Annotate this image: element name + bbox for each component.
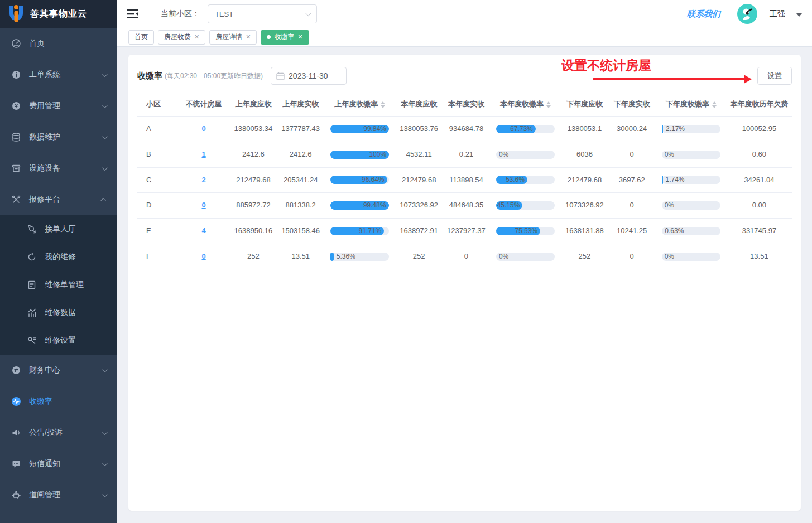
cell-excluded: 2 bbox=[178, 167, 230, 193]
excluded-houses-link[interactable]: 0 bbox=[201, 201, 205, 209]
sidebar-item-order-hall[interactable]: 接单大厅 bbox=[0, 215, 117, 243]
cell-cur_received: 484648.35 bbox=[443, 193, 490, 219]
column-header-prev_rate[interactable]: 上年度收缴率 bbox=[324, 93, 395, 117]
close-icon[interactable]: ✕ bbox=[194, 34, 199, 40]
column-label: 上年度实收 bbox=[282, 100, 319, 108]
tab-house-fee[interactable]: 房屋收费✕ bbox=[158, 30, 205, 45]
tab-label: 房屋收费 bbox=[164, 32, 191, 42]
progress-bar-fill bbox=[662, 176, 663, 184]
dashboard-icon bbox=[11, 38, 21, 49]
sidebar-item-sms-notify[interactable]: 短信通知 bbox=[0, 448, 117, 480]
progress-bar: 99.84% bbox=[330, 125, 389, 133]
user-menu-caret-icon[interactable] bbox=[796, 13, 802, 17]
cell-community: C bbox=[137, 167, 178, 193]
column-label: 本年度收缴率 bbox=[500, 100, 544, 108]
finance-icon bbox=[11, 365, 21, 375]
sidebar-item-repair-order-mgmt[interactable]: 维修单管理 bbox=[0, 271, 117, 299]
sidebar-item-work-order[interactable]: 工单系统 bbox=[0, 59, 117, 90]
progress-bar: 0.63% bbox=[662, 227, 720, 235]
progress-bar-label: 96.64% bbox=[362, 176, 385, 184]
column-header-next_received: 下年度实收 bbox=[608, 93, 656, 117]
sort-carets-icon[interactable] bbox=[546, 101, 551, 108]
close-icon[interactable]: ✕ bbox=[297, 34, 302, 40]
cell-prev_received: 13.51 bbox=[277, 244, 324, 269]
cell-next_rate: 0% bbox=[656, 244, 727, 269]
sidebar-item-repair-platform[interactable]: 报修平台 bbox=[0, 184, 117, 215]
column-header-prev_received: 上年度实收 bbox=[277, 93, 324, 117]
tab-label: 房屋详情 bbox=[215, 32, 242, 42]
tab-home[interactable]: 首页 bbox=[128, 30, 154, 45]
sidebar-item-data-maintenance[interactable]: 数据维护 bbox=[0, 122, 117, 153]
column-header-cur_arrears: 本年度收历年欠费 bbox=[727, 93, 792, 117]
collection-rate-table: 小区不统计房屋上年度应收上年度实收上年度收缴率本年度应收本年度实收本年度收缴率下… bbox=[137, 93, 792, 269]
table-row: D0885972.72881338.299.48%1073326.9248464… bbox=[137, 193, 792, 219]
tab-house-detail[interactable]: 房屋详情✕ bbox=[209, 30, 257, 45]
sidebar-item-home[interactable]: 首页 bbox=[0, 28, 117, 59]
column-label: 下年度应收 bbox=[566, 100, 603, 108]
tab-bar: 首页房屋收费✕房屋详情✕收缴率✕ bbox=[117, 28, 812, 47]
cell-prev_receivable: 885972.72 bbox=[230, 193, 277, 219]
close-icon[interactable]: ✕ bbox=[246, 34, 251, 40]
community-select[interactable]: TEST bbox=[208, 4, 317, 23]
progress-bar-label: 0% bbox=[499, 151, 508, 159]
contact-us-link[interactable]: 联系我们 bbox=[687, 9, 720, 20]
progress-bar: 96.64% bbox=[330, 176, 389, 184]
cell-cur_received: 0.21 bbox=[443, 142, 490, 167]
progress-bar-label: 100% bbox=[369, 151, 386, 159]
column-header-next_rate[interactable]: 下年度收缴率 bbox=[656, 93, 727, 117]
table-row: B12412.62412.6100%4532.110.210%603600%0.… bbox=[137, 142, 792, 167]
user-name[interactable]: 王强 bbox=[770, 9, 785, 19]
cell-prev_receivable: 1638950.16 bbox=[230, 219, 277, 244]
avatar[interactable] bbox=[737, 4, 757, 24]
tab-collection-rate[interactable]: 收缴率✕ bbox=[261, 30, 309, 45]
progress-bar-label: 99.48% bbox=[363, 201, 386, 210]
sidebar-item-announcement[interactable]: 公告/投诉 bbox=[0, 417, 117, 448]
chevron-up-icon bbox=[100, 197, 106, 203]
sidebar-item-label: 设施设备 bbox=[29, 163, 94, 173]
column-header-cur_received: 本年度实收 bbox=[443, 93, 490, 117]
progress-bar-fill bbox=[662, 125, 663, 133]
excluded-houses-link[interactable]: 0 bbox=[201, 124, 205, 133]
sidebar-item-gate-management[interactable]: 道闸管理 bbox=[0, 480, 117, 511]
cell-next_receivable: 6036 bbox=[561, 142, 608, 167]
excluded-houses-link[interactable]: 2 bbox=[201, 176, 205, 184]
settings-button[interactable]: 设置 bbox=[757, 67, 792, 85]
sidebar-item-label: 首页 bbox=[29, 38, 106, 49]
sidebar-item-facility-equipment[interactable]: 设施设备 bbox=[0, 153, 117, 184]
excluded-houses-link[interactable]: 1 bbox=[201, 150, 205, 158]
date-value: 2023-11-30 bbox=[289, 71, 328, 80]
excluded-houses-link[interactable]: 0 bbox=[201, 252, 205, 260]
sidebar-collapse-icon[interactable] bbox=[127, 9, 140, 19]
database-icon bbox=[11, 132, 21, 142]
sidebar-item-label: 维修设置 bbox=[45, 336, 106, 346]
repair-data-icon bbox=[27, 308, 37, 318]
progress-bar: 45.15% bbox=[496, 201, 555, 210]
progress-bar: 91.71% bbox=[330, 227, 389, 235]
progress-bar: 5.36% bbox=[330, 253, 389, 261]
chevron-down-icon bbox=[102, 103, 108, 108]
app-logo: 善其事物业云 bbox=[0, 0, 117, 28]
cell-cur_arrears: 0.60 bbox=[727, 142, 792, 167]
cell-next_received: 0 bbox=[608, 193, 656, 219]
chevron-down-icon bbox=[305, 10, 311, 16]
sidebar-item-fee-management[interactable]: 费用管理 bbox=[0, 90, 117, 122]
column-header-cur_rate[interactable]: 本年度收缴率 bbox=[490, 93, 561, 117]
excluded-houses-link[interactable]: 4 bbox=[201, 226, 205, 235]
sort-carets-icon[interactable] bbox=[712, 101, 717, 108]
date-picker[interactable]: 2023-11-30 bbox=[271, 67, 347, 85]
progress-bar: 75.53% bbox=[496, 227, 555, 235]
sidebar-item-repair-settings[interactable]: 维修设置 bbox=[0, 327, 117, 355]
sort-carets-icon[interactable] bbox=[381, 101, 385, 108]
sidebar-item-label: 接单大厅 bbox=[45, 224, 106, 234]
sidebar-item-collection-rate[interactable]: 收缴率 bbox=[0, 386, 117, 417]
my-repair-icon bbox=[27, 252, 37, 262]
cell-prev_rate: 5.36% bbox=[324, 244, 395, 269]
progress-bar-label: 0.63% bbox=[665, 227, 684, 235]
sidebar-item-finance-center[interactable]: 财务中心 bbox=[0, 355, 117, 386]
cell-community: A bbox=[137, 117, 178, 142]
content-area: 设置不统计房屋 收缴率 (每天02:30—05:00更新昨日数据) 2023-1… bbox=[117, 47, 812, 523]
sidebar-item-repair-data[interactable]: 维修数据 bbox=[0, 299, 117, 327]
sidebar-item-my-repair[interactable]: 我的维修 bbox=[0, 243, 117, 271]
cell-cur_received: 0 bbox=[443, 244, 490, 269]
progress-bar-label: 75.53% bbox=[515, 227, 538, 235]
